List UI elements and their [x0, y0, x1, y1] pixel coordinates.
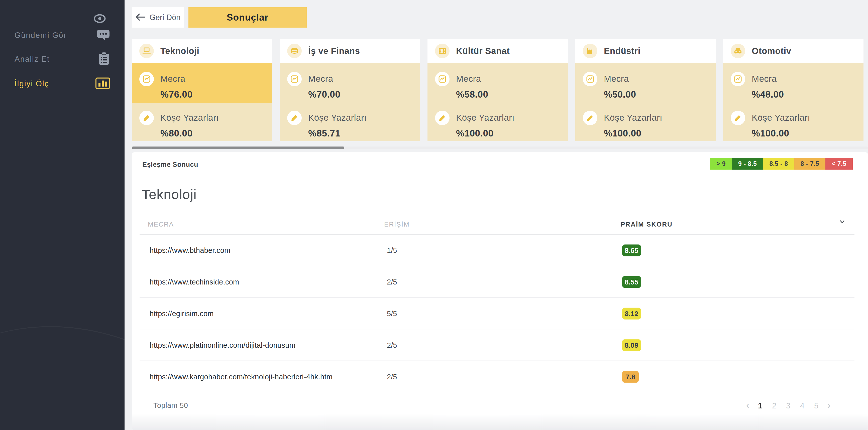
card-row-mecra[interactable]: Mecra %48.00: [723, 63, 864, 103]
pencil-icon: [583, 111, 597, 125]
card-row-text: Mecra %48.00: [752, 72, 784, 100]
clipboard-icon: [98, 52, 110, 66]
back-button-label: Geri Dön: [149, 13, 180, 22]
card-row-kose-yazarlari[interactable]: Köşe Yazarları %100.00: [575, 103, 716, 141]
mecra-label: Mecra: [752, 74, 784, 84]
kose-label: Köşe Yazarları: [604, 113, 662, 123]
pencil-icon: [287, 111, 302, 125]
card-header: İş ve Finans: [280, 39, 420, 63]
sidebar-item-label: İlgiyi Ölç: [14, 79, 49, 88]
prev-page-icon[interactable]: ‹: [746, 400, 749, 412]
card-row-mecra[interactable]: Mecra %70.00: [280, 63, 420, 103]
back-button[interactable]: Geri Dön: [132, 7, 184, 28]
score-badge: 8.55: [622, 276, 641, 288]
card-row-kose-yazarlari[interactable]: Köşe Yazarları %100.00: [428, 103, 568, 141]
card-row-kose-yazarlari[interactable]: Köşe Yazarları %80.00: [132, 103, 272, 141]
total-count-label: Toplam 50: [153, 401, 188, 410]
score-legend: > 9 9 - 8.5 8.5 - 8 8 - 7.5 < 7.5: [710, 158, 853, 170]
match-result-label: Eşleşme Sonucu: [142, 161, 198, 169]
page-number-5[interactable]: 5: [813, 401, 819, 410]
page-number-3[interactable]: 3: [785, 401, 792, 410]
card-header: Otomotiv: [723, 39, 864, 63]
kose-value: %100.00: [604, 128, 662, 139]
card-title: Otomotiv: [752, 46, 791, 56]
page-number-1[interactable]: 1: [757, 401, 764, 410]
kose-label: Köşe Yazarları: [752, 113, 810, 123]
table-row[interactable]: https://egirisim.com 5/5 8.12: [132, 298, 868, 329]
car-icon: [731, 44, 745, 58]
card-row-mecra[interactable]: Mecra %76.00: [132, 63, 272, 103]
laptop-icon: [139, 44, 154, 58]
category-card-kultur-sanat: Kültür Sanat Mecra %58.00 Köşe Yazarları…: [428, 39, 568, 141]
column-header-erisim: ERİŞİM: [384, 221, 410, 228]
kose-value: %100.00: [752, 128, 810, 139]
erisim-value: 2/5: [387, 341, 397, 349]
page-number-4[interactable]: 4: [799, 401, 806, 410]
card-row-text: Köşe Yazarları %100.00: [752, 111, 810, 139]
card-row-kose-yazarlari[interactable]: Köşe Yazarları %85.71: [280, 103, 420, 141]
score-badge: 8.12: [622, 308, 641, 320]
category-card-otomotiv: Otomotiv Mecra %48.00 Köşe Yazarları %10…: [723, 39, 864, 141]
sidebar-item-label: Analiz Et: [14, 55, 50, 64]
card-row-kose-yazarlari[interactable]: Köşe Yazarları %100.00: [723, 103, 864, 141]
card-row-mecra[interactable]: Mecra %50.00: [575, 63, 716, 103]
category-card-teknoloji: Teknoloji Mecra %76.00 Köşe Yazarları %8…: [132, 39, 272, 141]
results-tab-label: Sonuçlar: [227, 12, 268, 23]
sidebar-item-label: Gündemi Gör: [14, 31, 67, 40]
category-card-endustri: Endüstri Mecra %50.00 Köşe Yazarları %10…: [575, 39, 716, 141]
mecra-label: Mecra: [160, 74, 193, 84]
results-tab[interactable]: Sonuçlar: [188, 7, 307, 28]
erisim-value: 5/5: [387, 310, 397, 318]
mecra-value: %50.00: [604, 89, 636, 100]
pagination: ‹ 1 2 3 4 5 ›: [746, 400, 830, 412]
table-row[interactable]: https://www.techinside.com 2/5 8.55: [132, 266, 868, 298]
card-row-text: Köşe Yazarları %85.71: [308, 111, 367, 139]
kose-value: %80.00: [160, 128, 219, 139]
card-row-text: Mecra %58.00: [456, 72, 488, 100]
chart-square-icon: [139, 72, 154, 86]
chat-icon: [96, 29, 110, 42]
horizontal-scrollbar-thumb[interactable]: [132, 146, 344, 149]
pencil-icon: [435, 111, 450, 125]
column-header-praim-skoru: PRAİM SKORU: [621, 221, 673, 228]
erisim-value: 2/5: [387, 278, 397, 286]
score-badge: 7.8: [622, 371, 639, 383]
mecra-value: %70.00: [308, 89, 341, 100]
toggle-eye-icon[interactable]: [93, 13, 106, 24]
mecra-value: %76.00: [160, 89, 193, 100]
table-row[interactable]: https://www.bthaber.com 1/5 8.65: [132, 235, 868, 266]
chart-square-icon: [583, 72, 597, 86]
sidebar-item-analiz-et[interactable]: Analiz Et: [0, 51, 125, 67]
erisim-value: 2/5: [387, 373, 397, 381]
bar-chart-icon: [95, 78, 110, 90]
mecra-url: https://www.platinonline.com/dijital-don…: [150, 341, 296, 349]
mecra-url: https://www.kargohaber.com/teknoloji-hab…: [150, 373, 333, 381]
erisim-value: 1/5: [387, 246, 397, 255]
card-title: İş ve Finans: [308, 46, 360, 56]
card-row-text: Köşe Yazarları %80.00: [160, 111, 219, 139]
next-page-icon[interactable]: ›: [827, 400, 830, 412]
pencil-icon: [139, 111, 154, 125]
app-root: Gündemi Gör Analiz Et İlgiyi Ölç Geri Dö…: [0, 0, 868, 430]
sidebar-decoration: [0, 290, 125, 430]
card-row-text: Mecra %50.00: [604, 72, 636, 100]
sidebar-item-ilgiyi-olc[interactable]: İlgiyi Ölç: [0, 76, 125, 92]
page-number-2[interactable]: 2: [771, 401, 778, 410]
legend-item: < 7.5: [826, 158, 853, 170]
chart-square-icon: [287, 72, 302, 86]
mecra-url: https://egirisim.com: [150, 310, 214, 318]
chevron-down-icon[interactable]: [838, 220, 846, 226]
mecra-label: Mecra: [456, 74, 488, 84]
mecra-value: %58.00: [456, 89, 488, 100]
back-arrow-icon: [135, 13, 145, 22]
table-row[interactable]: https://www.kargohaber.com/teknoloji-hab…: [132, 361, 868, 393]
legend-item: 8 - 7.5: [794, 158, 826, 170]
mecra-url: https://www.techinside.com: [150, 278, 239, 286]
sidebar: Gündemi Gör Analiz Et İlgiyi Ölç: [0, 0, 125, 430]
score-badge: 8.09: [622, 339, 641, 351]
horizontal-scrollbar-track[interactable]: [132, 146, 868, 149]
table-row[interactable]: https://www.platinonline.com/dijital-don…: [132, 329, 868, 361]
sidebar-item-gundemi-gor[interactable]: Gündemi Gör: [0, 27, 125, 44]
card-title: Kültür Sanat: [456, 46, 510, 56]
card-row-mecra[interactable]: Mecra %58.00: [428, 63, 568, 103]
